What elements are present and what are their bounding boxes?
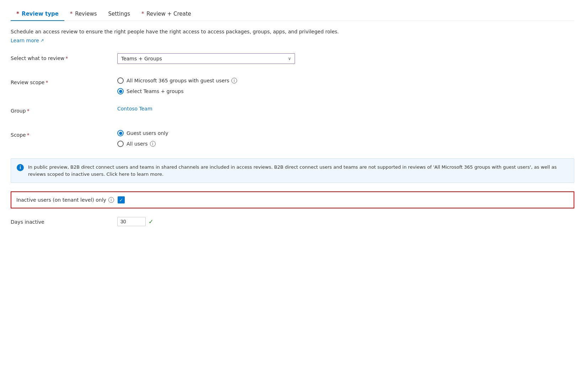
radio-all-users-button[interactable] <box>117 141 124 147</box>
page-description: Schedule an access review to ensure the … <box>11 28 574 36</box>
radio-guest-users-only-button[interactable] <box>117 130 124 136</box>
review-scope-row: Review scope * All Microsoft 365 groups … <box>11 77 574 94</box>
info-banner-icon: i <box>17 164 24 171</box>
select-what-to-review-label: Select what to review * <box>11 53 117 61</box>
required-star: * <box>141 11 144 17</box>
tabs-nav: * Review type * Reviews Settings * Revie… <box>11 7 574 21</box>
teams-groups-dropdown[interactable]: Teams + Groups ∨ <box>117 53 295 64</box>
radio-all-users[interactable]: All users i <box>117 141 366 147</box>
learn-more-link[interactable]: Learn more ↗ <box>11 38 44 43</box>
radio-select-teams-button[interactable] <box>117 88 124 94</box>
select-what-to-review-control: Teams + Groups ∨ <box>117 53 366 64</box>
all-users-info-icon[interactable]: i <box>150 141 156 147</box>
info-banner: i In public preview, B2B direct connect … <box>11 158 574 183</box>
radio-all-users-label: All users i <box>127 141 156 147</box>
group-control: Contoso Team <box>117 106 366 111</box>
tab-reviews-label: Reviews <box>75 11 97 17</box>
inactive-users-info-icon[interactable]: i <box>108 197 114 203</box>
tab-review-create[interactable]: * Review + Create <box>136 7 197 21</box>
radio-guest-users-only[interactable]: Guest users only <box>117 130 366 136</box>
tab-review-type[interactable]: * Review type <box>11 7 64 21</box>
days-inactive-input[interactable] <box>117 217 146 226</box>
learn-more-label: Learn more <box>11 38 39 43</box>
tab-settings-label: Settings <box>108 11 130 17</box>
days-inactive-label: Days inactive <box>11 217 117 225</box>
group-label: Group * <box>11 106 117 114</box>
review-scope-label: Review scope * <box>11 77 117 85</box>
scope-radio-group: Guest users only All users i <box>117 130 366 147</box>
radio-select-teams-label: Select Teams + groups <box>127 88 184 94</box>
chevron-down-icon: ∨ <box>288 56 291 61</box>
contoso-team-link[interactable]: Contoso Team <box>117 106 152 111</box>
days-inactive-row: Days inactive ✓ <box>11 217 574 230</box>
dropdown-value: Teams + Groups <box>121 56 162 61</box>
required-star: * <box>70 11 73 17</box>
radio-all-m365[interactable]: All Microsoft 365 groups with guest user… <box>117 77 366 84</box>
inactive-users-checkbox[interactable]: ✓ <box>118 196 125 203</box>
days-inactive-control: ✓ <box>117 217 366 226</box>
checkbox-checkmark-icon: ✓ <box>119 197 123 203</box>
review-scope-control: All Microsoft 365 groups with guest user… <box>117 77 366 94</box>
days-input-wrapper: ✓ <box>117 217 366 226</box>
all-m365-info-icon[interactable]: i <box>231 78 237 83</box>
scope-control: Guest users only All users i <box>117 130 366 147</box>
tab-reviews[interactable]: * Reviews <box>64 7 103 21</box>
radio-select-teams[interactable]: Select Teams + groups <box>117 88 366 94</box>
select-what-to-review-row: Select what to review * Teams + Groups ∨ <box>11 53 574 66</box>
radio-all-m365-button[interactable] <box>117 77 124 84</box>
review-scope-radio-group: All Microsoft 365 groups with guest user… <box>117 77 366 94</box>
tab-review-type-label: Review type <box>22 11 59 17</box>
tab-settings[interactable]: Settings <box>102 7 136 21</box>
radio-guest-users-only-label: Guest users only <box>127 130 168 136</box>
scope-row: Scope * Guest users only All users i <box>11 130 574 147</box>
form-container: Select what to review * Teams + Groups ∨… <box>11 53 574 230</box>
checkmark-green-icon: ✓ <box>149 218 153 225</box>
radio-all-m365-label: All Microsoft 365 groups with guest user… <box>127 78 237 83</box>
inactive-users-label: Inactive users (on tenant level) only i <box>16 197 114 203</box>
group-row: Group * Contoso Team <box>11 106 574 119</box>
inactive-users-row: Inactive users (on tenant level) only i … <box>11 191 574 208</box>
tab-review-create-label: Review + Create <box>146 11 191 17</box>
external-link-icon: ↗ <box>41 38 44 43</box>
info-banner-text: In public preview, B2B direct connect us… <box>28 164 568 178</box>
scope-label: Scope * <box>11 130 117 138</box>
required-star: * <box>16 11 19 17</box>
